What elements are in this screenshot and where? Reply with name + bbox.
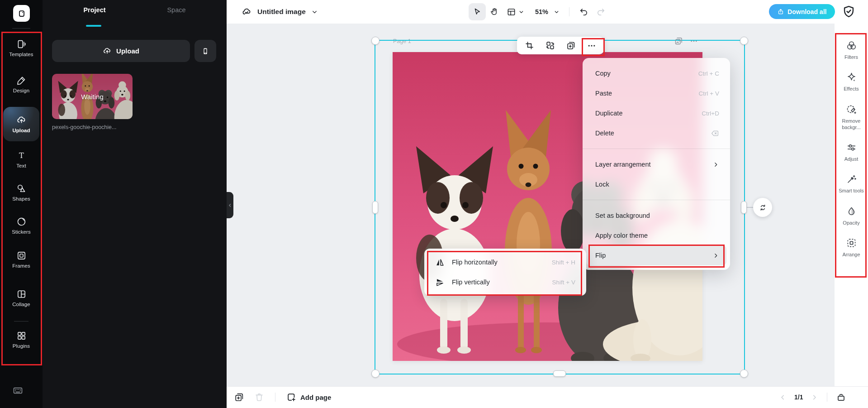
replace-button[interactable] — [542, 38, 558, 53]
menu-item-set-as-background[interactable]: Set as background — [586, 206, 726, 226]
menu-item-copy[interactable]: Copy Ctrl + C — [586, 63, 726, 83]
filters-icon — [846, 40, 857, 51]
opacity-icon — [846, 206, 857, 217]
sidebar-item-stickers[interactable]: Stickers — [0, 216, 43, 235]
page-label: Page 1 — [393, 38, 411, 44]
panel-collapse-button[interactable] — [227, 192, 233, 218]
selection-handle-left[interactable] — [372, 201, 378, 214]
duplicate-icon — [566, 41, 576, 50]
menu-item-layer-arrangement[interactable]: Layer arrangement — [586, 154, 726, 174]
page-more-icon[interactable] — [690, 37, 698, 45]
cloud-upload-icon — [103, 47, 112, 56]
menu-item-flip-horizontally[interactable]: Flip horizontally Shift + H — [424, 252, 586, 272]
sidebar-item-effects[interactable]: Effects — [835, 72, 867, 92]
duplicate-page-icon[interactable] — [674, 36, 683, 46]
menu-item-duplicate[interactable]: Duplicate Ctrl+D — [586, 103, 726, 123]
sidebar-item-templates[interactable]: Templates — [0, 39, 43, 57]
redo-icon — [596, 7, 606, 17]
divider — [14, 321, 28, 322]
replace-icon — [545, 41, 555, 50]
panel-upload-button[interactable]: Upload — [52, 40, 190, 62]
menu-item-lock[interactable]: Lock — [586, 174, 726, 194]
security-shield-icon[interactable] — [842, 5, 856, 19]
add-page-button[interactable]: Add page — [286, 392, 331, 402]
backspace-icon — [711, 129, 719, 138]
sidebar-item-design[interactable]: Design — [0, 75, 43, 93]
sidebar-item-frames[interactable]: Frames — [0, 250, 43, 269]
sidebar-item-filters[interactable]: Filters — [835, 40, 867, 60]
project-item-thumbnail[interactable]: Waiting — [52, 74, 133, 119]
menu-divider — [583, 200, 730, 200]
crop-button[interactable] — [522, 38, 537, 53]
duplicate-page-button[interactable] — [234, 392, 244, 402]
upload-from-phone-button[interactable] — [194, 40, 216, 62]
app-logo[interactable] — [13, 5, 30, 22]
more-icon — [587, 41, 596, 50]
plugins-icon — [16, 331, 27, 341]
document-title[interactable]: Untitled image — [242, 0, 318, 24]
sidebar-item-adjust[interactable]: Adjust — [835, 142, 867, 162]
selection-handle-right[interactable] — [741, 201, 747, 214]
next-page-button[interactable] — [811, 394, 818, 401]
chevron-down-icon — [554, 9, 560, 15]
collage-icon — [16, 289, 27, 299]
delete-page-button[interactable] — [254, 392, 264, 402]
chevron-right-icon — [712, 252, 719, 259]
duplicate-button[interactable] — [563, 38, 579, 53]
rotate-button[interactable] — [753, 198, 772, 217]
menu-item-delete[interactable]: Delete — [586, 123, 726, 143]
sidebar-item-arrange[interactable]: Arrange — [835, 237, 867, 258]
hand-tool-button[interactable] — [486, 3, 503, 20]
smart-tools-icon — [846, 173, 857, 185]
tab-space[interactable]: Space — [158, 6, 194, 14]
menu-item-paste[interactable]: Paste Ctrl + V — [586, 83, 726, 103]
svg-text:T: T — [19, 151, 24, 160]
selection-handle-top-left[interactable] — [371, 37, 379, 45]
hand-icon — [490, 7, 499, 16]
sidebar-item-smart-tools[interactable]: Smart tools — [835, 173, 867, 194]
selection-handle-top-right[interactable] — [740, 37, 748, 45]
sidebar-item-upload[interactable]: Upload — [3, 107, 39, 141]
sidebar-item-text[interactable]: T Text — [0, 150, 43, 168]
page-actions: Add page — [234, 386, 331, 408]
chevron-left-icon — [779, 394, 787, 401]
menu-divider — [583, 149, 730, 149]
undo-icon — [579, 7, 588, 17]
zoom-level: 51% — [535, 8, 548, 15]
duplicate-page-icon — [234, 392, 244, 402]
sidebar-item-opacity[interactable]: Opacity — [835, 206, 867, 226]
sidebar-item-collage[interactable]: Collage — [0, 289, 43, 307]
undo-button[interactable] — [575, 3, 592, 20]
design-icon — [16, 75, 27, 86]
page-navigation: 1/1 — [779, 386, 846, 408]
page-indicator: 1/1 — [794, 394, 803, 401]
layout-tool-button[interactable] — [503, 3, 527, 20]
tab-project[interactable]: Project — [79, 6, 110, 14]
present-button[interactable] — [836, 392, 846, 403]
chevron-right-icon — [811, 394, 818, 401]
keyboard-shortcuts-button[interactable] — [12, 385, 24, 396]
layout-icon — [507, 7, 516, 17]
selection-handle-bottom-right[interactable] — [740, 370, 748, 378]
more-button[interactable] — [584, 38, 599, 53]
project-item-filename: pexels-goochie-poochie... — [52, 124, 133, 130]
frames-icon — [16, 250, 27, 261]
sidebar-item-shapes[interactable]: Shapes — [0, 183, 43, 202]
menu-item-apply-color-theme[interactable]: Apply color theme — [586, 226, 726, 245]
selection-handle-bottom[interactable] — [553, 370, 566, 377]
select-tool-button[interactable] — [469, 3, 486, 20]
zoom-control[interactable]: 51% — [531, 3, 564, 20]
menu-item-flip-vertically[interactable]: Flip vertically Shift + V — [424, 272, 586, 292]
sidebar-item-plugins[interactable]: Plugins — [0, 331, 43, 349]
crop-icon — [525, 41, 534, 50]
download-all-button[interactable]: Download all — [769, 4, 835, 19]
divider — [827, 393, 827, 402]
flip-horizontal-icon — [435, 258, 445, 267]
templates-icon — [16, 39, 27, 49]
redo-button[interactable] — [592, 3, 609, 20]
selection-handle-bottom-left[interactable] — [371, 370, 379, 378]
sidebar-item-remove-background[interactable]: Remove backgr... — [835, 104, 867, 131]
menu-item-flip[interactable]: Flip — [586, 245, 726, 265]
active-tab-underline — [86, 25, 101, 27]
previous-page-button[interactable] — [779, 394, 787, 401]
